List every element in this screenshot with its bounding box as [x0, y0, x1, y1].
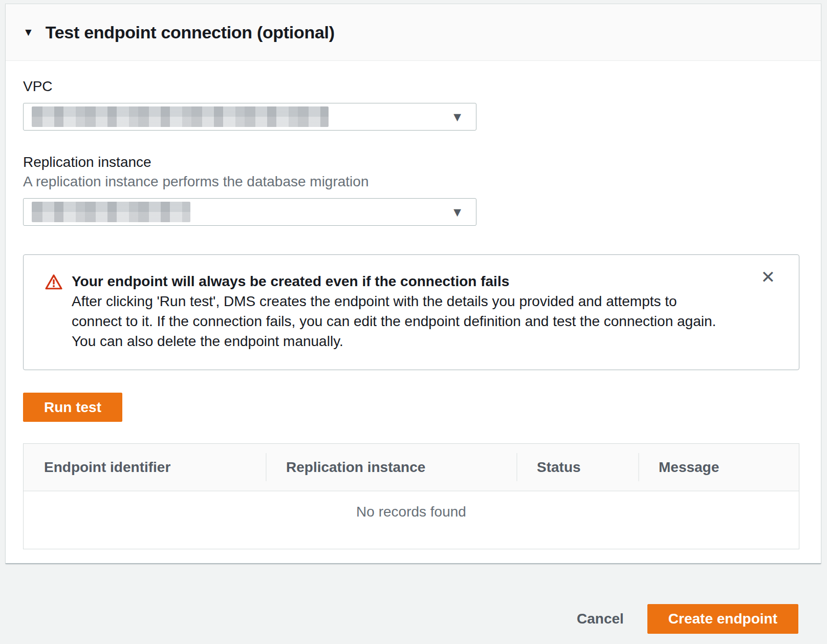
replication-instance-label: Replication instance	[23, 154, 799, 170]
test-results-table: Endpoint identifier Replication instance…	[23, 443, 799, 549]
create-endpoint-button[interactable]: Create endpoint	[647, 604, 798, 634]
replication-instance-field: Replication instance A replication insta…	[23, 154, 799, 226]
vpc-label: VPC	[23, 78, 799, 95]
replication-instance-select[interactable]: ▼	[23, 198, 476, 226]
replication-instance-selected-value-redacted	[32, 202, 190, 222]
collapse-caret-icon[interactable]: ▼	[23, 27, 34, 37]
replication-instance-description: A replication instance performs the data…	[23, 174, 799, 190]
footer-actions: Cancel Create endpoint	[0, 604, 827, 634]
warning-body: After clicking 'Run test', DMS creates t…	[72, 291, 722, 351]
warning-alert: Your endpoint will always be created eve…	[23, 254, 799, 370]
section-header-test-endpoint-connection[interactable]: ▼ Test endpoint connection (optional)	[6, 4, 821, 61]
column-header-replication-instance: Replication instance	[266, 444, 516, 490]
close-icon[interactable]: ✕	[761, 268, 776, 286]
vpc-field: VPC ▼	[23, 78, 799, 131]
chevron-down-icon: ▼	[451, 111, 464, 123]
test-endpoint-connection-panel: ▼ Test endpoint connection (optional) VP…	[5, 4, 821, 564]
column-header-message: Message	[638, 444, 799, 490]
warning-text: Your endpoint will always be created eve…	[72, 271, 722, 351]
run-test-button[interactable]: Run test	[23, 393, 122, 422]
warning-title: Your endpoint will always be created eve…	[72, 271, 722, 291]
column-header-endpoint-identifier: Endpoint identifier	[24, 444, 266, 490]
chevron-down-icon: ▼	[451, 206, 464, 219]
column-header-status: Status	[516, 444, 638, 490]
warning-icon	[45, 274, 62, 351]
table-empty-message: No records found	[24, 491, 799, 549]
vpc-select[interactable]: ▼	[23, 103, 476, 131]
section-title: Test endpoint connection (optional)	[46, 23, 335, 42]
section-body: VPC ▼ Replication instance A replication…	[6, 61, 821, 549]
cancel-button[interactable]: Cancel	[577, 611, 624, 627]
table-header-row: Endpoint identifier Replication instance…	[24, 444, 799, 491]
vpc-selected-value-redacted	[32, 106, 329, 127]
